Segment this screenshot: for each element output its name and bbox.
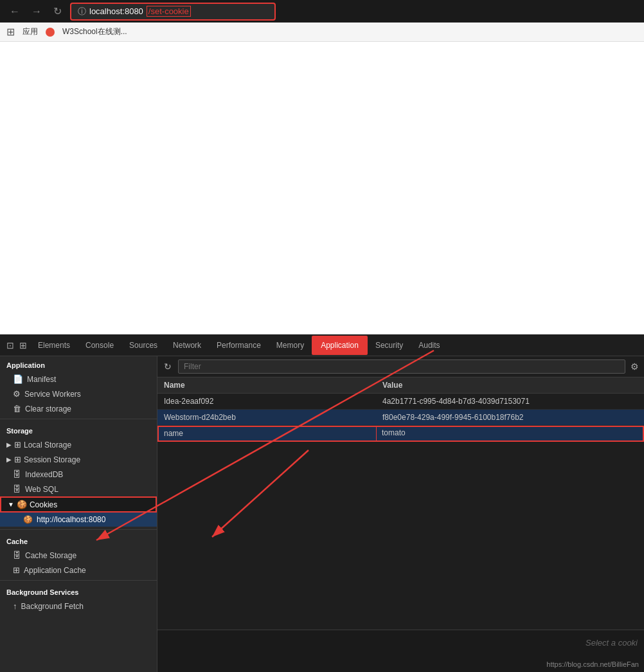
browser-content [0, 42, 644, 334]
sidebar-storage-title: Storage [0, 422, 157, 437]
session-storage-icon: ⊞ [14, 455, 21, 464]
sidebar-item-session-storage[interactable]: ⊞ Session Storage [0, 452, 157, 467]
tab-memory[interactable]: Memory [269, 337, 312, 354]
tab-audits[interactable]: Audits [411, 337, 447, 354]
tab-security[interactable]: Security [368, 337, 411, 354]
sidebar-item-web-sql[interactable]: 🗄 Web SQL [0, 482, 157, 496]
devtools-main: ↻ ⚙ Name Value Idea-2eaaf092 4a2b1771-c9… [157, 356, 644, 672]
sidebar-item-clear-storage[interactable]: 🗑 Clear storage [0, 401, 157, 416]
cache-storage-icon: 🗄 [13, 550, 21, 560]
filter-input[interactable] [178, 359, 625, 374]
url-caption: https://blog.csdn.net/BillieFan [546, 660, 639, 668]
sidebar-item-indexeddb[interactable]: 🗄 IndexedDB [0, 467, 157, 482]
devtools-tabs: ⊡ ⊞ Elements Console Sources Network Per… [0, 334, 644, 356]
sidebar-item-cookies[interactable]: 🍪 Cookies [0, 496, 157, 513]
indexeddb-icon: 🗄 [13, 469, 21, 479]
background-fetch-icon: ↑ [13, 601, 17, 611]
w3school-favicon [46, 28, 55, 37]
web-sql-icon: 🗄 [13, 484, 21, 494]
tab-performance[interactable]: Performance [209, 337, 269, 354]
cookies-table: Name Value Idea-2eaaf092 4a2b1771-c995-4… [157, 377, 644, 630]
sidebar-item-cache-storage[interactable]: 🗄 Cache Storage [0, 548, 157, 563]
table-header: Name Value [157, 377, 644, 394]
table-row[interactable]: Webstorm-d24b2beb f80e0e78-429a-499f-994… [157, 410, 644, 426]
service-workers-icon: ⚙ [13, 389, 21, 399]
bottom-panel: Select a cooki [157, 630, 644, 655]
sidebar-item-application-cache[interactable]: ⊞ Application Cache [0, 563, 157, 577]
refresh-button[interactable]: ↻ [163, 360, 173, 373]
table-row-name[interactable]: name tomato [157, 426, 644, 442]
reload-button[interactable]: ↻ [50, 4, 65, 19]
sidebar-item-cookies-url[interactable]: 🍪 http://localhost:8080 [0, 513, 157, 527]
info-icon: ⓘ [78, 6, 86, 17]
col-value: Value [376, 381, 644, 390]
tab-sources[interactable]: Sources [121, 337, 165, 354]
filter-icon: ⚙ [631, 361, 639, 372]
sidebar-item-manifest[interactable]: 📄 Manifest [0, 372, 157, 386]
sidebar-divider-2 [0, 529, 157, 530]
sidebar-application-title: Application [0, 356, 157, 372]
sidebar-divider-1 [0, 419, 157, 419]
forward-button[interactable]: → [28, 5, 45, 19]
apps-icon[interactable]: ⊞ [6, 26, 15, 38]
local-storage-arrow [6, 441, 12, 448]
apps-label[interactable]: 应用 [22, 26, 38, 37]
cell-value-2: tomato [376, 426, 644, 441]
back-button[interactable]: ← [6, 5, 23, 19]
application-cache-icon: ⊞ [13, 565, 20, 575]
sidebar-cache-title: Cache [0, 532, 157, 548]
filter-bar: ↻ ⚙ [157, 356, 644, 377]
manifest-icon: 📄 [13, 374, 23, 384]
cell-name-2: name [157, 426, 376, 441]
cell-value-1: f80e0e78-429a-499f-9945-6100b18f76b2 [376, 410, 644, 425]
col-name: Name [157, 381, 376, 390]
device-icon[interactable]: ⊞ [19, 340, 27, 350]
sidebar-background-title: Background Services [0, 583, 157, 599]
tab-console[interactable]: Console [78, 337, 121, 354]
cell-value-0: 4a2b1771-c995-4d84-b7d3-4039d7153071 [376, 394, 644, 409]
cursor-icon[interactable]: ⊡ [6, 340, 14, 350]
cookies-icon: 🍪 [17, 500, 27, 509]
browser-chrome: ← → ↻ ⓘ localhost:8080/set-cookie [0, 0, 644, 23]
tab-application[interactable]: Application [312, 336, 368, 355]
sidebar-item-service-workers[interactable]: ⚙ Service Workers [0, 386, 157, 401]
table-row[interactable]: Idea-2eaaf092 4a2b1771-c995-4d84-b7d3-40… [157, 394, 644, 410]
w3school-link[interactable]: W3School在线测... [62, 26, 127, 37]
local-storage-icon: ⊞ [14, 440, 21, 450]
sidebar-item-background-fetch[interactable]: ↑ Background Fetch [0, 599, 157, 613]
devtools-panel: ⊡ ⊞ Elements Console Sources Network Per… [0, 334, 644, 672]
session-storage-arrow [6, 456, 12, 463]
tab-elements[interactable]: Elements [30, 337, 78, 354]
cookies-arrow [8, 501, 14, 508]
tab-network[interactable]: Network [165, 337, 209, 354]
clear-storage-icon: 🗑 [13, 404, 21, 413]
sidebar-item-local-storage[interactable]: ⊞ Local Storage [0, 437, 157, 452]
select-cookie-text: Select a cooki [586, 638, 638, 648]
bookmarks-bar: ⊞ 应用 W3School在线测... [0, 23, 644, 42]
address-bar[interactable]: ⓘ localhost:8080/set-cookie [70, 3, 276, 21]
cookies-url-icon: 🍪 [23, 515, 33, 524]
address-plain: localhost:8080 [89, 6, 143, 16]
devtools-body: Application 📄 Manifest ⚙ Service Workers… [0, 356, 644, 672]
sidebar-divider-3 [0, 580, 157, 581]
address-path: /set-cookie [147, 6, 191, 17]
devtools-sidebar: Application 📄 Manifest ⚙ Service Workers… [0, 356, 157, 672]
cell-name-0: Idea-2eaaf092 [157, 394, 376, 409]
cell-name-1: Webstorm-d24b2beb [157, 410, 376, 425]
